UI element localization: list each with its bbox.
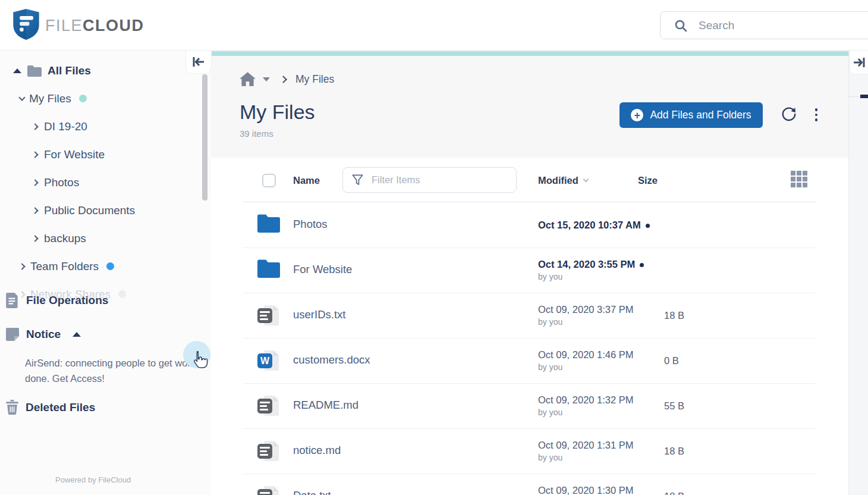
sidebar-scrollbar[interactable] — [202, 74, 207, 200]
file-type-icon: W — [257, 349, 280, 372]
tree-item-label: DI 19-20 — [44, 120, 87, 133]
refresh-button[interactable] — [779, 105, 798, 124]
table-row[interactable]: For Website Oct 14, 2020 3:55 PM by you — [211, 248, 848, 293]
file-type-icon — [257, 440, 280, 462]
table-row[interactable]: Photos Oct 15, 2020 10:37 AM — [211, 202, 848, 248]
sidebar-collapse-button[interactable] — [185, 51, 212, 74]
select-all-checkbox[interactable] — [262, 174, 276, 187]
caret-up-icon — [13, 68, 21, 73]
modified-date: Oct 09, 2020 3:37 PM — [538, 304, 634, 315]
search-input[interactable] — [699, 19, 847, 32]
tree-item-label: All Files — [48, 64, 91, 77]
file-name[interactable]: userIDs.txt — [293, 308, 345, 321]
tree-item[interactable]: Team Folders — [0, 252, 211, 280]
sidebar-item-label: Deleted Files — [26, 401, 95, 414]
table-row[interactable]: README.md Oct 09, 2020 1:32 PM by you 55… — [211, 383, 848, 428]
file-table: Name Modified Size Photos Oct 15, 2020 1… — [211, 158, 848, 495]
sidebar-item-deleted-files[interactable]: Deleted Files — [0, 393, 211, 421]
filecloud-logo[interactable]: FILECLOUD — [13, 9, 144, 40]
modified-cell: Oct 09, 2020 1:32 PM by you — [538, 383, 634, 428]
tree-item-label: For Website — [44, 148, 105, 161]
modified-date: Oct 14, 2020 3:55 PM — [538, 259, 644, 270]
folder-tree: All Files My Files DI 19-20 For Website — [0, 51, 211, 308]
items-count: 39 items — [240, 129, 273, 139]
file-name[interactable]: Data.txt — [293, 489, 331, 495]
table-row[interactable]: userIDs.txt Oct 09, 2020 3:37 PM by you … — [211, 293, 848, 338]
collapse-caret-icon — [73, 332, 81, 337]
tree-item[interactable]: Public Documents — [0, 196, 211, 224]
chevron-right-icon — [32, 235, 38, 242]
search-icon — [674, 18, 688, 33]
add-files-button[interactable]: + Add Files and Folders — [619, 102, 763, 128]
file-size: 18 B — [664, 428, 684, 474]
tree-item[interactable]: backups — [0, 224, 211, 252]
chevron-right-icon — [32, 207, 38, 214]
sidebar: All Files My Files DI 19-20 For Website — [0, 51, 211, 495]
sort-caret-icon — [583, 177, 589, 183]
more-options-button[interactable] — [810, 105, 822, 124]
status-dot — [106, 262, 114, 270]
global-search[interactable] — [660, 11, 868, 39]
column-header-size[interactable]: Size — [638, 175, 658, 186]
tree-item[interactable]: DI 19-20 — [0, 112, 211, 140]
right-strip-handle[interactable] — [860, 95, 868, 98]
sidebar-item-notice[interactable]: Notice — [0, 320, 211, 348]
column-header-name[interactable]: Name — [293, 175, 320, 186]
table-row[interactable]: notice.md Oct 09, 2020 1:31 PM by you 18… — [211, 428, 848, 474]
file-size: 55 B — [664, 383, 684, 428]
file-type-icon — [257, 214, 280, 236]
column-header-modified-label: Modified — [538, 175, 578, 186]
tree-item[interactable]: Photos — [0, 168, 211, 196]
right-strip-divider — [848, 96, 860, 97]
file-name[interactable]: For Website — [293, 263, 352, 276]
chevron-right-icon — [32, 151, 38, 158]
plus-icon: + — [631, 109, 643, 121]
home-dropdown-caret-icon[interactable] — [263, 77, 270, 82]
table-header: Name Modified Size — [211, 158, 848, 202]
file-size: 0 B — [664, 338, 679, 383]
trash-icon — [6, 400, 18, 415]
modified-date: Oct 09, 2020 1:30 PM — [538, 485, 634, 495]
file-type-icon — [257, 394, 280, 417]
modified-cell: Oct 09, 2020 1:46 PM by you — [538, 338, 634, 383]
file-type-icon — [257, 304, 280, 327]
modified-date: Oct 09, 2020 1:31 PM — [538, 440, 634, 451]
powered-by-footer: Powered by FileCloud — [55, 475, 131, 484]
breadcrumb-chevron-icon — [279, 76, 287, 83]
home-icon[interactable] — [240, 72, 256, 87]
grid-view-icon[interactable] — [791, 171, 809, 189]
tree-item[interactable]: All Files — [0, 57, 211, 84]
modified-date: Oct 09, 2020 1:46 PM — [538, 349, 634, 361]
file-name[interactable]: notice.md — [293, 444, 341, 457]
file-name[interactable]: customers.docx — [293, 353, 370, 366]
modified-date: Oct 15, 2020 10:37 AM — [538, 220, 650, 231]
top-header: FILECLOUD — [0, 0, 868, 51]
notice-message-link[interactable]: AirSend: connecting people to get work d… — [25, 355, 201, 386]
expand-right-icon — [853, 57, 866, 68]
filecloud-app: FILECLOUD All Files My Files — [0, 0, 868, 495]
tree-item[interactable]: For Website — [0, 140, 211, 168]
file-list: Photos Oct 15, 2020 10:37 AM For Website… — [211, 202, 848, 495]
table-row[interactable]: W customers.docx Oct 09, 2020 1:46 PM by… — [211, 338, 848, 383]
sidebar-item-file-operations[interactable]: File Operations — [0, 286, 211, 314]
column-header-modified[interactable]: Modified — [538, 175, 588, 186]
tree-item-label: Public Documents — [44, 204, 135, 217]
file-name[interactable]: README.md — [293, 399, 358, 412]
add-files-button-label: Add Files and Folders — [650, 109, 751, 121]
filter-input[interactable] — [372, 174, 490, 186]
tree-item[interactable]: My Files — [0, 84, 211, 112]
table-row[interactable]: Data.txt Oct 09, 2020 1:30 PM by you 18 … — [211, 474, 848, 495]
filecloud-shield-icon — [13, 9, 39, 40]
breadcrumb: My Files — [240, 72, 334, 87]
note-icon — [6, 328, 19, 341]
right-panel-expand-button[interactable] — [849, 51, 868, 74]
filter-field[interactable] — [342, 167, 517, 193]
file-name[interactable]: Photos — [293, 218, 328, 231]
chevron-right-icon — [32, 179, 38, 186]
modified-cell: Oct 15, 2020 10:37 AM — [538, 202, 650, 248]
breadcrumb-current[interactable]: My Files — [295, 73, 334, 86]
modified-date: Oct 09, 2020 1:32 PM — [538, 394, 634, 406]
sidebar-item-label: File Operations — [26, 294, 108, 307]
file-type-icon — [257, 259, 280, 281]
modified-by: by you — [538, 362, 634, 372]
